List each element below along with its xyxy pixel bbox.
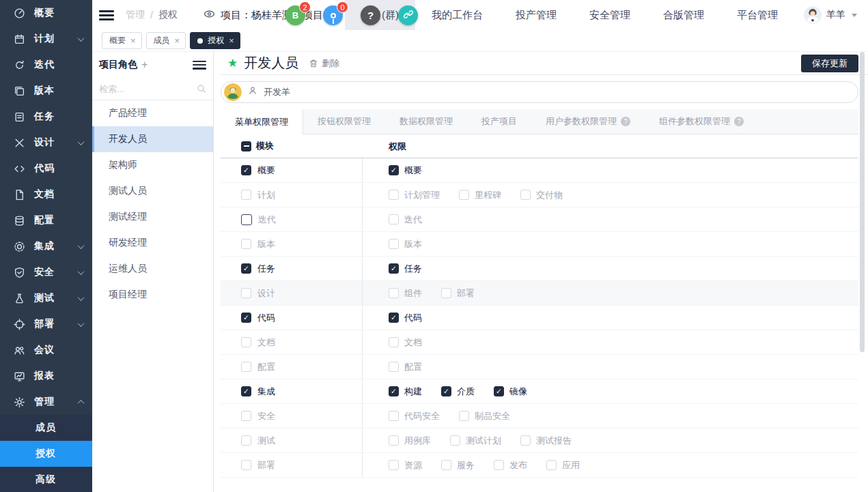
module-checkbox[interactable] [241,460,251,470]
perm-tab-user-param[interactable]: 用户参数权限管理? [531,109,645,134]
perm-checkbox[interactable] [441,460,451,470]
topnav-production[interactable]: 投产管理 [499,0,573,30]
perm-checkbox[interactable] [450,435,460,446]
feedback-float-button[interactable]: B 2 [285,5,305,25]
close-icon[interactable]: × [229,36,234,45]
perm-tab-menu[interactable]: 菜单权限管理 [221,109,303,134]
role-item[interactable]: 测试经理 [92,204,213,230]
perm-checkbox[interactable] [389,190,399,200]
sidebar-item-manage[interactable]: 管理 [0,389,92,415]
perm-checkbox[interactable]: ✓ [389,165,399,175]
module-checkbox[interactable]: ✓ [241,313,251,323]
save-update-button[interactable]: 保存更新 [801,55,858,72]
topnav-platform[interactable]: 平台管理 [720,0,794,30]
perm-checkbox[interactable] [441,288,451,298]
sidebar-item-deploy[interactable]: 部署 [0,311,92,337]
sidebar-item-task[interactable]: 任务 [0,104,92,130]
perm-checkbox[interactable]: ✓ [494,386,504,396]
sidebar-item-config[interactable]: 配置 [0,207,92,233]
sidebar-item-version[interactable]: 版本 [0,78,92,104]
sidebar: 概要计划迭代版本任务设计代码文档配置集成安全测试部署会议报表管理成员授权高级 [0,0,92,492]
perm-checkbox[interactable] [494,460,504,470]
role-item[interactable]: 开发人员 [92,126,213,152]
module-checkbox[interactable] [241,239,251,249]
module-checkbox[interactable] [241,288,251,298]
breadcrumb-root[interactable]: 管理 [126,9,145,21]
perm-checkbox[interactable] [389,214,399,225]
role-item[interactable]: 测试人员 [92,178,213,204]
module-checkbox[interactable]: ✓ [241,165,251,175]
module-checkbox[interactable]: ✓ [241,263,251,274]
module-checkbox[interactable] [241,435,251,446]
perm-checkbox[interactable] [389,362,399,372]
module-checkbox[interactable] [241,214,252,225]
select-all-checkbox[interactable] [241,141,251,151]
sidebar-item-meeting[interactable]: 会议 [0,337,92,363]
delete-role-button[interactable]: 删除 [309,57,339,70]
collapse-menu-icon[interactable] [99,10,114,20]
sidebar-item-security[interactable]: 安全 [0,259,92,285]
star-icon[interactable]: ★ [227,56,238,70]
role-item[interactable]: 项目经理 [92,282,213,308]
perm-checkbox[interactable] [389,239,399,249]
sidebar-subitem-advanced[interactable]: 高级 [0,467,92,492]
sidebar-item-document[interactable]: 文档 [0,182,92,207]
perm-checkbox[interactable] [520,190,531,200]
sidebar-item-iteration[interactable]: 迭代 [0,52,92,78]
share-link-button[interactable] [398,5,418,25]
module-checkbox[interactable] [241,190,251,200]
page-tab-overview[interactable]: 概要× [102,32,142,49]
perm-checkbox[interactable] [459,411,469,421]
sidebar-subitem-members[interactable]: 成员 [0,415,92,441]
perm-checkbox[interactable] [389,411,399,421]
page-tab-authorization[interactable]: 授权× [190,32,240,49]
sidebar-item-overview[interactable]: 概要 [0,0,92,26]
sidebar-item-design[interactable]: 设计 [0,130,92,156]
roles-menu-icon[interactable] [193,61,206,70]
topnav-merge[interactable]: 合版管理 [647,0,720,30]
role-search-input[interactable] [99,84,193,94]
perm-checkbox[interactable] [389,337,399,347]
close-icon[interactable]: × [175,36,180,45]
add-role-button[interactable]: + [141,59,148,71]
module-checkbox[interactable] [241,337,251,347]
perm-tab-production-project[interactable]: 投产项目 [467,109,531,134]
user-menu[interactable]: 羊羊 [794,6,868,24]
module-checkbox[interactable]: ✓ [241,386,251,396]
role-item[interactable]: 运维人员 [92,256,213,282]
sidebar-item-plan[interactable]: 计划 [0,26,92,52]
vertical-scrollbar[interactable] [860,52,865,352]
perm-checkbox[interactable] [389,460,399,470]
topnav-workbench[interactable]: 我的工作台 [415,0,499,30]
perm-tab-component-param[interactable]: 组件参数权限管理? [645,109,758,134]
module-checkbox[interactable] [241,411,251,421]
close-icon[interactable]: × [130,36,136,45]
perm-checkbox[interactable] [459,190,469,200]
perm-checkbox[interactable]: ✓ [389,313,399,323]
sidebar-item-code[interactable]: 代码 [0,156,92,182]
role-item[interactable]: 产品经理 [92,100,213,126]
perm-tab-button[interactable]: 按钮权限管理 [303,109,385,134]
perm-checkbox[interactable]: ✓ [389,263,399,274]
role-item[interactable]: 研发经理 [92,230,213,256]
page-tab-members[interactable]: 成员× [146,32,186,49]
help-icon[interactable]: ? [621,117,630,126]
sidebar-item-report[interactable]: 报表 [0,363,92,389]
perm-checkbox[interactable]: ✓ [389,386,399,396]
sidebar-subitem-authorization[interactable]: 授权 [0,441,92,467]
module-checkbox[interactable] [241,362,251,372]
perm-checkbox[interactable] [546,460,557,470]
sidebar-item-test[interactable]: 测试 [0,285,92,311]
perm-checkbox[interactable]: ✓ [441,386,451,396]
role-item[interactable]: 架构师 [92,152,213,178]
help-button[interactable]: ? [361,5,380,25]
sidebar-item-integration[interactable]: 集成 [0,233,92,259]
perm-tab-data[interactable]: 数据权限管理 [385,109,467,134]
user-name: 羊羊 [826,9,845,21]
perm-checkbox[interactable] [389,435,399,446]
message-float-button[interactable]: 0 [323,5,343,25]
perm-checkbox[interactable] [520,435,531,446]
perm-checkbox[interactable] [389,288,399,298]
help-icon[interactable]: ? [734,117,744,126]
topnav-security[interactable]: 安全管理 [573,0,647,30]
